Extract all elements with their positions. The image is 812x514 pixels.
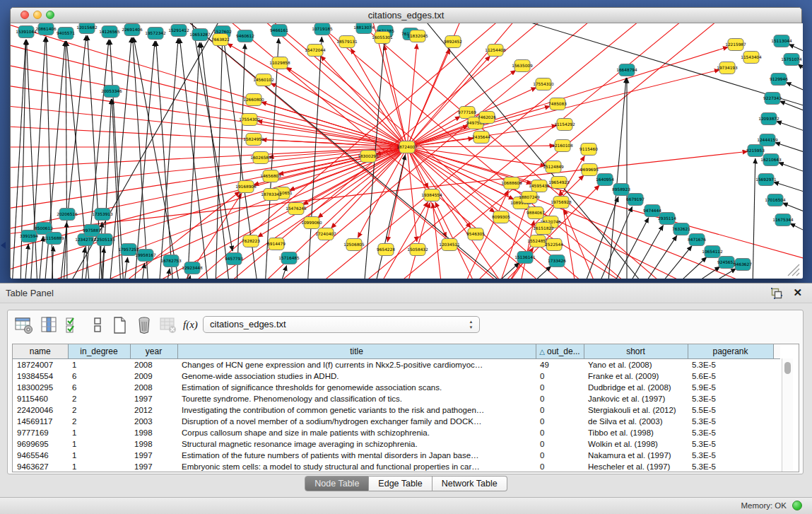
graph-edge[interactable] [11,62,407,147]
graph-edge[interactable] [20,40,26,279]
table-row[interactable]: 946554611997Estimation of the future num… [13,450,780,461]
graph-node[interactable]: 16055301 [372,32,393,44]
table-cell[interactable]: Disruption of a novel member of a sodium… [177,416,536,427]
graph-node[interactable]: 14656803 [260,170,281,182]
graph-node[interactable]: 11029858 [269,57,290,69]
network-window-titlebar[interactable]: citations_edges.txt [11,8,801,23]
table-cell[interactable]: 0 [536,404,584,416]
graph-node[interactable]: 15391044 [16,26,37,38]
column-header-out_de[interactable]: △out_de... [536,344,584,359]
table-cell[interactable]: 1 [68,359,130,371]
table-row[interactable]: 969969511998Structural magnetic resonanc… [13,438,780,450]
table-cell[interactable]: 1998 [130,427,177,438]
graph-node[interactable]: 12660800 [243,94,264,106]
graph-node[interactable]: 2435644 [472,132,490,144]
table-selector-dropdown[interactable]: citations_edges.txt ▲▼ [203,316,480,333]
graph-node[interactable]: 9457793 [225,253,243,265]
table-cell[interactable]: 9463627 [13,461,68,472]
graph-edge[interactable] [776,122,803,134]
graph-edge[interactable] [271,83,407,147]
table-cell[interactable]: Embryonic stem cells: a model to study s… [177,461,536,472]
graph-node[interactable]: 11154292 [554,119,575,131]
graph-node[interactable]: 15058432 [407,244,428,256]
graph-node[interactable]: 6914479 [267,238,286,250]
table-cell[interactable] [773,393,780,404]
graph-edge[interactable] [642,235,677,279]
graph-node[interactable]: 18813074 [353,23,375,34]
table-cell[interactable]: 5.6E-5 [688,370,773,382]
table-cell[interactable] [773,438,780,450]
graph-node[interactable]: 19168906 [235,181,257,193]
graph-node[interactable]: 9654228 [377,244,395,256]
graph-node[interactable]: 7663822 [211,34,230,46]
table-cell[interactable]: 9777169 [13,427,68,438]
table-cell[interactable]: 1998 [130,438,177,450]
graph-node[interactable]: 19958167 [135,250,156,262]
table-cell[interactable] [773,450,780,461]
table-cell[interactable]: Stergiakouli et al. (2012) [584,404,688,416]
table-cell[interactable]: 0 [536,450,584,461]
table-cell[interactable]: 0 [536,382,584,393]
graph-node[interactable]: 17554310 [533,78,554,90]
graph-edge[interactable] [778,163,803,175]
graph-node[interactable]: 9884067 [526,207,545,219]
graph-node[interactable]: 16026583 [250,152,271,164]
table-cell[interactable]: 5.3E-5 [688,393,773,404]
graph-node[interactable]: 12506805 [343,239,365,251]
graph-node[interactable]: 14595430 [529,180,550,192]
graph-node[interactable]: 19654923 [548,177,570,189]
table-cell[interactable]: Hescheler et al. (1997) [584,461,688,472]
graph-edge[interactable] [491,262,519,279]
table-cell[interactable]: 1 [68,450,130,461]
graph-node[interactable]: 9463627 [734,259,752,271]
table-mode-icon[interactable] [15,316,33,334]
graph-edge[interactable] [611,218,649,279]
table-cell[interactable]: 9115460 [13,393,68,404]
table-cell[interactable] [773,461,780,472]
graph-node[interactable]: 9699695 [580,164,599,176]
graph-edge[interactable] [201,42,230,279]
table-cell[interactable]: de Silva et al. (2003) [584,416,688,427]
graph-node[interactable]: 18783342 [261,189,282,201]
tab-network-table[interactable]: Network Table [433,476,507,491]
table-cell[interactable]: 0 [536,416,584,427]
graph-node[interactable]: 22691406 [122,24,143,36]
column-header-name[interactable]: name [13,344,68,359]
table-cell[interactable]: 9465546 [13,450,68,461]
graph-node[interactable]: 9466161 [270,25,288,37]
graph-node[interactable]: 8215953 [746,145,765,157]
table-cell[interactable]: Investigating the contribution of common… [177,404,536,416]
graph-node[interactable]: 15635009 [512,60,533,72]
function-builder-icon[interactable]: f(x) [183,319,204,333]
table-cell[interactable]: 2 [68,393,130,404]
table-cell[interactable] [773,382,780,393]
graph-edge[interactable] [505,23,803,108]
table-cell[interactable]: 0 [536,461,584,472]
graph-node[interactable]: 16210643 [760,154,782,166]
graph-edge[interactable] [688,267,720,279]
graph-node[interactable]: 1640954 [596,174,614,186]
table-cell[interactable]: 0 [536,393,584,404]
table-cell[interactable]: Estimation of the future numbers of pati… [177,450,536,461]
table-cell[interactable]: Jankovic et al. (1997) [584,393,688,404]
graph-node[interactable]: 15124849 [543,161,564,173]
graph-node[interactable]: 3391594 [20,230,38,243]
table-cell[interactable]: Tibbo et al. (1998) [584,427,688,438]
graph-node[interactable]: 16782753 [160,255,182,267]
table-cell[interactable] [773,359,780,371]
table-cell[interactable]: Genome-wide association studies in ADHD. [177,370,536,382]
table-cell[interactable]: 9699695 [13,438,68,450]
graph-node[interactable]: 8958923 [612,184,630,196]
graph-node[interactable]: 15716485 [278,252,300,264]
table-cell[interactable]: 2008 [130,359,177,371]
table-cell[interactable]: 5.3E-5 [688,359,773,371]
table-cell[interactable] [773,370,780,382]
graph-node[interactable]: 8099305 [492,211,510,223]
table-cell[interactable]: 2008 [130,382,177,393]
graph-node[interactable]: 9129946 [770,74,788,86]
graph-edge[interactable] [798,64,803,75]
graph-node[interactable]: 19734193 [717,62,738,74]
column-header-pagerank[interactable]: pagerank [688,344,773,359]
column-header-short[interactable]: short [584,344,688,359]
table-cell[interactable]: 2 [68,404,130,416]
